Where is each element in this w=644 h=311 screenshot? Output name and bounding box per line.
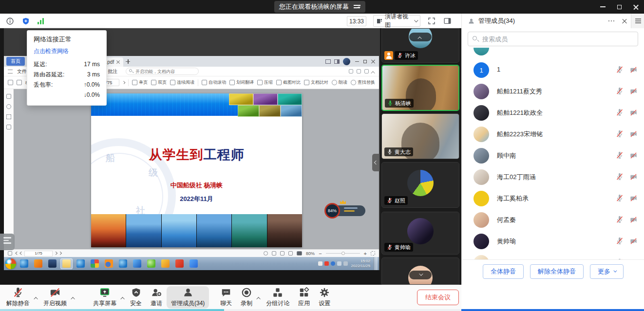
settings-button[interactable]: 设置 [314,286,335,309]
member-row[interactable]: 顾中南 [462,145,644,166]
accelerator-widget[interactable]: 84% [324,202,366,219]
auto-scroll-button[interactable]: 自动滚动 [202,79,226,86]
meeting-info-icon[interactable] [6,17,14,25]
taskbar-docs-icon[interactable] [188,258,200,269]
unmute-button[interactable]: 解除静音 [2,286,34,309]
taskbar-pinwheel-app-icon[interactable] [89,258,101,269]
member-search-box[interactable] [468,32,638,46]
page-indicator-bottom[interactable]: 1/75 [24,251,53,256]
pdf-user-avatar[interactable] [343,58,350,65]
layout-icon[interactable] [325,59,331,64]
member-row[interactable]: 何孟秦 [462,209,644,231]
pdf-search-input[interactable] [135,69,189,74]
member-row[interactable]: 海工奚柏承 [462,188,644,209]
manage-members-button[interactable]: 管理成员(34) [167,286,209,309]
pdf-minimize-icon[interactable] [355,61,359,62]
outline-panel-icon[interactable] [6,125,11,129]
taskbar-video-icon[interactable] [46,258,58,269]
cloud-sync-icon[interactable] [349,69,353,73]
member-camera-off-icon[interactable] [629,195,638,204]
member-mic-muted-icon[interactable] [616,194,624,204]
show-desktop-button[interactable] [374,257,378,270]
play-slideshow-icon[interactable] [297,251,302,256]
member-row[interactable]: 船舶1221欧政全 [462,102,644,124]
hand-tool-icon[interactable] [8,80,13,85]
thumbnail-panel-icon[interactable] [6,94,11,99]
pdf-canvas[interactable]: 船 级 社 从学生到工程师 中国船级社 杨清峡 2022年11月 [14,89,379,249]
member-row[interactable]: 孔培云 [462,252,644,259]
video-tile-huangshuaiyu[interactable]: 黄帅瑜 [381,212,459,255]
screenshot-compare-button[interactable]: 截图对比 [276,79,301,86]
member-mic-muted-icon[interactable] [616,151,624,161]
member-row[interactable]: 船舶2223宋增铭 [462,124,644,145]
member-mic-muted-icon[interactable] [616,66,624,75]
continuous-view-toggle[interactable]: 连续阅读 [170,79,194,86]
taskbar-explorer-icon[interactable] [60,258,73,269]
member-mic-muted-icon[interactable] [616,130,624,140]
theme-icon[interactable] [264,251,268,256]
member-row[interactable]: 船舶1211蔡文秀 [462,81,644,102]
hamburger-menu-icon[interactable] [8,70,13,73]
next-page-icon[interactable] [54,252,57,255]
minimize-button[interactable] [594,0,611,14]
prev-page-icon[interactable] [20,252,23,255]
share-screen-button[interactable]: 共享屏幕 [89,286,121,309]
record-button[interactable]: 录制 [236,286,257,309]
tray-volume-icon[interactable] [337,261,341,266]
member-mic-muted-icon[interactable] [616,173,624,183]
invite-button[interactable]: 邀请 [146,286,167,309]
scroll-down-button[interactable] [409,271,432,279]
collapse-video-strip-handle[interactable] [372,154,379,171]
start-video-button[interactable]: 开启视频 [39,286,71,309]
close-panel-icon[interactable] [622,18,627,23]
video-tile-zhaozhao[interactable]: 赵照 [381,162,459,208]
taskbar-wps-icon[interactable] [173,258,186,269]
single-page-toggle[interactable]: 单页 [132,79,148,86]
taskbar-ie-icon[interactable] [18,258,30,269]
member-camera-off-icon[interactable] [629,130,638,140]
video-tile-huangdazhi[interactable]: 黄大志 [381,113,459,159]
member-search-input[interactable] [482,36,633,43]
comment-icon[interactable] [364,69,369,73]
member-mic-muted-icon[interactable] [616,237,624,247]
taskbar-mediaplayer-icon[interactable] [32,258,44,269]
double-page-icon[interactable] [288,251,293,256]
pdf-maximize-icon[interactable] [363,60,367,63]
mute-all-button[interactable]: 全体静音 [483,264,524,279]
member-list[interactable]: 1 1 船舶1211蔡文秀 船舶1221欧政全 船舶2223宋增铭 [462,48,644,259]
new-tab-button[interactable] [126,59,130,64]
apps-button[interactable]: 应用 [294,286,314,309]
taskbar-ie3-icon[interactable] [117,258,129,269]
meeting-security-shield-icon[interactable] [22,17,30,25]
video-tile-yangqingxia[interactable]: 杨清峡 [381,65,459,111]
scroll-up-button[interactable] [409,33,432,41]
member-camera-off-icon[interactable] [629,238,638,247]
taskbar-mail-icon[interactable] [159,258,171,269]
member-camera-off-icon[interactable] [629,216,638,225]
compress-button[interactable]: 压缩 [257,79,273,86]
video-options-chevron[interactable] [70,286,77,309]
member-mic-muted-icon[interactable] [616,216,624,225]
tray-shield-icon[interactable] [331,261,335,266]
collapse-ribbon-icon[interactable] [371,71,375,75]
unmute-all-button[interactable]: 解除全体静音 [530,264,584,279]
watching-screen-banner[interactable]: 您正在观看杨清峡的屏幕 [274,1,365,13]
member-camera-off-icon[interactable] [629,109,638,118]
find-replace-button[interactable]: 查找替换 [351,79,375,86]
member-row[interactable]: 海工02丁雨涵 [462,166,644,188]
network-check-link[interactable]: 点击检查网络 [34,47,100,55]
member-mic-muted-icon[interactable] [616,87,624,97]
pdf-menu-annotate[interactable]: 批注 [108,68,117,75]
member-camera-off-icon[interactable] [629,66,638,75]
taskbar-clock[interactable]: 15:02 2022/11/25 [351,259,370,269]
select-tool-icon[interactable] [17,80,22,85]
more-button[interactable]: 更多 [590,264,624,279]
tab-close-icon[interactable] [116,60,120,64]
member-mic-muted-icon[interactable] [616,109,624,118]
annotation-float-widget[interactable] [0,234,15,250]
security-button[interactable]: 安全 [126,286,146,309]
end-meeting-button[interactable]: 结束会议 [417,290,459,305]
first-page-icon[interactable] [16,252,19,255]
pdf-file-menu[interactable]: 文件 [17,68,27,75]
more-options-icon[interactable] [608,20,615,22]
